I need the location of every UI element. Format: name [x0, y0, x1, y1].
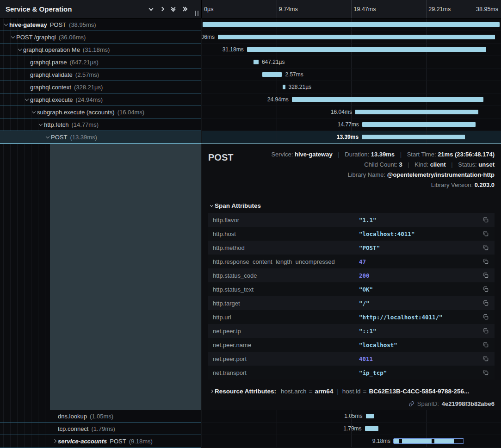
- chevron-down-icon[interactable]: [3, 24, 9, 25]
- chevron-down-icon[interactable]: [44, 136, 51, 138]
- span-tree-cell[interactable]: tcp.connect (1.79ms): [0, 423, 201, 435]
- panel-title: Service & Operation: [6, 5, 145, 13]
- double-chevron-down-icon[interactable]: [167, 3, 179, 15]
- copy-icon[interactable]: [482, 271, 490, 280]
- attribute-row: http.response_content_length_uncompresse…: [208, 255, 495, 268]
- span-track: 1.05ms: [201, 410, 501, 423]
- copy-icon[interactable]: [482, 327, 490, 335]
- copy-icon[interactable]: [482, 257, 490, 266]
- copy-icon[interactable]: [482, 368, 490, 377]
- copy-icon[interactable]: [482, 299, 490, 307]
- span-id-value: 4e21998f3b82abe6: [442, 400, 495, 407]
- span-tree-cell[interactable]: POST (13.39ms): [0, 131, 201, 143]
- operation-name: POST: [50, 21, 66, 28]
- operation-name: POST: [51, 134, 67, 141]
- span-tree-cell[interactable]: subgraph.execute (accounts) (16.04ms): [0, 106, 201, 118]
- span-bar[interactable]: 9.18ms: [393, 438, 464, 444]
- span-bar[interactable]: 24.94ms: [292, 97, 483, 102]
- span-row[interactable]: graphql.context (328.21µs) 328.21µs: [0, 81, 501, 93]
- span-bar[interactable]: 14.77ms: [362, 122, 476, 127]
- bar-duration-label: 2.57ms: [285, 71, 303, 78]
- span-duration: (9.18ms): [129, 438, 153, 445]
- operation-name: subgraph.execute (accounts): [37, 109, 115, 116]
- span-bar[interactable]: 647.21µs: [254, 60, 259, 64]
- attribute-key: net.peer.name: [213, 342, 359, 348]
- span-bar[interactable]: 1.79ms: [365, 426, 379, 431]
- service-name: service-accounts: [58, 438, 107, 445]
- separator: |: [408, 161, 409, 168]
- span-tree-cell[interactable]: graphql.execute (24.94ms): [0, 93, 201, 106]
- resource-attributes-toggle[interactable]: Resource Attributes: host.arch=arm64 | h…: [208, 388, 495, 395]
- chevron-down-icon[interactable]: [17, 49, 23, 50]
- copy-icon[interactable]: [482, 216, 490, 224]
- resource-key: host.arch: [281, 388, 307, 395]
- bar-duration-label: 647.21µs: [262, 59, 285, 65]
- service-operation-header: Service & Operation: [0, 0, 201, 19]
- operation-name: graphql.parse: [30, 59, 67, 66]
- span-row[interactable]: service-accounts POST (9.18ms) 9.18ms: [0, 435, 501, 448]
- span-row-selected[interactable]: POST (13.39ms) 13.39ms: [0, 131, 501, 143]
- span-tree-cell[interactable]: service-accounts POST (9.18ms): [0, 435, 201, 448]
- span-attributes-toggle[interactable]: Span Attributes: [208, 202, 495, 209]
- span-track: 13.39ms: [201, 131, 501, 143]
- span-row[interactable]: graphql.operation Me (31.18ms) 31.18ms: [0, 44, 501, 56]
- span-bar[interactable]: 2.57ms: [262, 72, 282, 77]
- span-tree-cell[interactable]: graphql.validate (2.57ms): [0, 68, 201, 81]
- span-tree-cell[interactable]: POST /graphql (36.06ms): [0, 31, 201, 44]
- span-bar[interactable]: [203, 22, 500, 27]
- chevron-down-icon[interactable]: [10, 36, 16, 38]
- span-bar[interactable]: 328.21µs: [283, 85, 285, 89]
- copy-icon[interactable]: [482, 341, 490, 349]
- separator: |: [338, 151, 339, 158]
- span-row[interactable]: graphql.validate (2.57ms) 2.57ms: [0, 68, 501, 81]
- chevron-right-icon[interactable]: [156, 3, 167, 15]
- ruler-tick: 19.47ms: [352, 0, 376, 19]
- chevron-down-icon[interactable]: [31, 111, 37, 113]
- span-tree-cell[interactable]: graphql.parse (647.21µs): [0, 56, 201, 68]
- span-id-label: SpanID:: [417, 400, 439, 407]
- span-row[interactable]: graphql.execute (24.94ms) 24.94ms: [0, 93, 501, 106]
- span-track: 16.04ms: [201, 106, 501, 118]
- chevron-down-icon[interactable]: [145, 3, 156, 15]
- operation-name: http.fetch: [44, 121, 68, 128]
- span-bar[interactable]: 31.18ms: [247, 47, 487, 52]
- attribute-row: http.method "POST": [208, 241, 495, 255]
- double-chevron-right-icon[interactable]: [179, 3, 190, 15]
- copy-icon[interactable]: [482, 230, 490, 238]
- span-tree-cell[interactable]: hive-gateway POST (38.95ms): [0, 19, 201, 31]
- span-tree-cell[interactable]: dns.lookup (1.05ms): [0, 410, 201, 423]
- span-track: 9.18ms: [201, 435, 501, 448]
- meta-label: Library Version:: [431, 181, 473, 188]
- span-tree-cell[interactable]: graphql.context (328.21µs): [0, 81, 201, 93]
- span-row[interactable]: hive-gateway POST (38.95ms): [0, 19, 501, 31]
- copy-icon[interactable]: [482, 313, 490, 321]
- attribute-value: "/": [359, 300, 482, 307]
- span-bar[interactable]: 1.05ms: [366, 414, 374, 418]
- chevron-down-icon[interactable]: [37, 124, 44, 125]
- chevron-right-icon[interactable]: [51, 440, 58, 442]
- span-row[interactable]: POST /graphql (36.06ms) 36.06ms: [0, 31, 501, 44]
- copy-icon[interactable]: [482, 285, 490, 293]
- meta-label: Status:: [458, 161, 476, 168]
- span-row[interactable]: graphql.parse (647.21µs) 647.21µs: [0, 56, 501, 68]
- span-row[interactable]: dns.lookup (1.05ms) 1.05ms: [0, 410, 501, 423]
- ruler-tick: 29.21ms: [426, 0, 451, 19]
- span-tree-cell[interactable]: graphql.operation Me (31.18ms): [0, 44, 201, 56]
- link-icon[interactable]: [408, 401, 414, 407]
- copy-icon[interactable]: [482, 355, 490, 363]
- bar-duration-label: 328.21µs: [289, 84, 312, 90]
- span-row[interactable]: http.fetch (14.77ms) 14.77ms: [0, 118, 501, 131]
- span-tree-cell[interactable]: http.fetch (14.77ms): [0, 118, 201, 131]
- span-row[interactable]: tcp.connect (1.79ms) 1.79ms: [0, 423, 501, 435]
- attribute-row: net.peer.ip "::1": [208, 324, 495, 338]
- chevron-down-icon[interactable]: [24, 99, 30, 100]
- copy-icon[interactable]: [482, 243, 490, 252]
- span-bar[interactable]: 13.39ms: [362, 135, 465, 139]
- panel-resizer[interactable]: [195, 11, 198, 18]
- span-bar[interactable]: 16.04ms: [355, 110, 479, 114]
- bar-duration-label: 16.04ms: [331, 109, 352, 115]
- operation-name: graphql.validate: [30, 71, 73, 78]
- attribute-row: net.transport "ip_tcp": [208, 366, 495, 380]
- span-row[interactable]: subgraph.execute (accounts) (16.04ms) 16…: [0, 106, 501, 118]
- span-bar[interactable]: 36.06ms: [218, 35, 495, 39]
